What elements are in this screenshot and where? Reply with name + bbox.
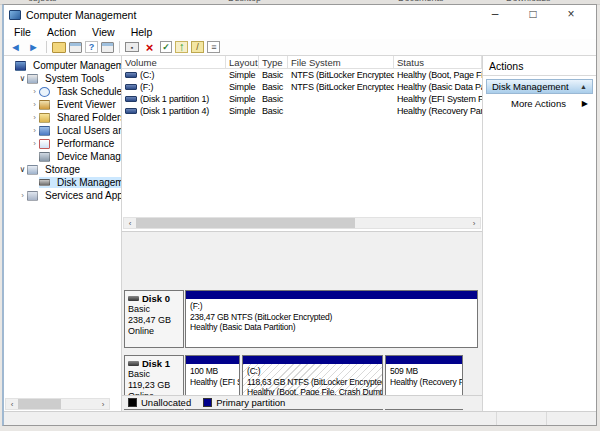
disk-management-icon <box>39 179 50 186</box>
sidebar-item-local-users-and-groups[interactable]: ›Local Users and Groups <box>4 124 121 137</box>
cell-text: (C:) <box>140 70 154 80</box>
cell-layout: Simple <box>226 94 259 104</box>
cell-text: Basic <box>262 106 283 116</box>
shared-folders-icon <box>39 113 50 123</box>
table-row[interactable]: (C:)SimpleBasicNTFS (BitLocker Encrypted… <box>122 69 482 81</box>
move-up-icon[interactable]: ↑ <box>175 41 188 53</box>
chevron-expanded-icon[interactable]: ∨ <box>18 165 27 174</box>
column-header-type[interactable]: Type <box>259 56 288 68</box>
maximize-button[interactable]: □ <box>514 5 552 24</box>
sidebar-item-services-and-applications[interactable]: ›Services and Applications <box>4 189 121 202</box>
sidebar-item-system-tools[interactable]: ∨System Tools <box>4 72 121 85</box>
more-actions-item[interactable]: More Actions ▶ <box>483 94 596 109</box>
actions-panel-title: Actions <box>483 56 596 76</box>
scroll-right-icon[interactable]: › <box>468 218 480 228</box>
tree-item-body: Computer Management (Local <box>15 60 122 71</box>
cell-text: Simple <box>229 82 255 92</box>
disk-kind: Basic <box>128 369 180 380</box>
sidebar-item-task-scheduler[interactable]: ›Task Scheduler <box>4 85 121 98</box>
export-list-icon[interactable] <box>52 42 66 53</box>
performance-icon <box>39 139 50 149</box>
volume-list-header: VolumeLayoutTypeFile SystemStatus <box>122 56 482 69</box>
partition-letter: (C:) <box>247 366 378 377</box>
sidebar-item-device-manager[interactable]: Device Manager <box>4 150 121 163</box>
partition-status-line: Healthy (EFI Sy <box>190 377 235 388</box>
help-icon[interactable]: ? <box>85 41 98 53</box>
menu-item-view[interactable]: View <box>84 25 123 39</box>
chevron-collapsed-icon[interactable]: › <box>30 126 39 135</box>
scroll-left-icon[interactable]: ‹ <box>6 399 18 409</box>
toolbar-separator <box>46 41 47 53</box>
disk-size: 238,47 GB <box>128 315 180 326</box>
volume-list-horizontal-scrollbar[interactable]: ‹ › <box>123 217 481 229</box>
cell-type: Basic <box>259 82 288 92</box>
partition-f[interactable]: (F:)238,47 GB NTFS (BitLocker Encrypted)… <box>185 290 478 348</box>
popout-icon[interactable]: ▪ <box>125 42 139 52</box>
show-console-tree-icon[interactable] <box>101 42 114 53</box>
volume-icon <box>125 72 137 78</box>
cell-text: Healthy (Boot, Page File, Crash Dump, Ba… <box>397 70 482 80</box>
disk-label[interactable]: Disk 0Basic238,47 GBOnline <box>124 290 184 348</box>
chevron-collapsed-icon[interactable]: › <box>30 87 39 96</box>
chevron-expanded-icon[interactable]: ∨ <box>18 74 27 83</box>
minimize-button[interactable]: – <box>476 5 514 24</box>
scroll-left-icon[interactable]: ‹ <box>124 218 136 228</box>
collapse-section-icon[interactable]: ▲ <box>580 83 587 90</box>
app-icon <box>9 10 21 20</box>
disk-kind: Basic <box>128 304 180 315</box>
table-row[interactable]: (Disk 1 partition 4)SimpleBasicHealthy (… <box>122 105 482 117</box>
tree-item-body: Local Users and Groups <box>39 125 122 136</box>
edit-icon[interactable]: / <box>191 41 204 53</box>
column-header-file-system[interactable]: File System <box>288 56 394 68</box>
toolbar-separator <box>119 41 120 53</box>
cell-text: NTFS (BitLocker Encrypted) <box>291 82 394 92</box>
disk-name: Disk 1 <box>128 358 180 369</box>
chevron-collapsed-icon[interactable]: › <box>30 139 39 148</box>
cell-text: Basic <box>262 94 283 104</box>
sidebar-item-performance[interactable]: ›Performance <box>4 137 121 150</box>
menu-item-help[interactable]: Help <box>123 25 161 39</box>
table-row[interactable]: (Disk 1 partition 1)SimpleBasicHealthy (… <box>122 93 482 105</box>
column-header-layout[interactable]: Layout <box>226 56 259 68</box>
tree-item-label: Device Manager <box>54 151 122 162</box>
tree-horizontal-scrollbar[interactable]: ‹ › <box>5 398 110 410</box>
sidebar-item-storage[interactable]: ∨Storage <box>4 163 121 176</box>
tree-item-label: Storage <box>42 164 83 175</box>
forward-icon[interactable]: ► <box>26 40 41 54</box>
cell-text: Simple <box>229 94 255 104</box>
cell-text: (Disk 1 partition 4) <box>140 106 209 116</box>
cell-text: Basic <box>262 82 283 92</box>
table-row[interactable]: (F:)SimpleBasicNTFS (BitLocker Encrypted… <box>122 81 482 93</box>
disk-name-text: Disk 1 <box>142 358 170 369</box>
console-window-icon[interactable] <box>69 42 82 53</box>
delete-icon[interactable]: × <box>142 40 157 54</box>
console-tree: Computer Management (Local∨System Tools›… <box>4 56 121 202</box>
chevron-collapsed-icon[interactable]: › <box>18 191 27 200</box>
chevron-collapsed-icon[interactable]: › <box>30 113 39 122</box>
tree-item-label: Performance <box>54 138 117 149</box>
menu-item-action[interactable]: Action <box>39 25 84 39</box>
cell-text: Healthy (Basic Data Partition) <box>397 82 482 92</box>
tree-item-body: Event Viewer <box>39 99 119 110</box>
tree-item-body: Device Manager <box>39 151 122 162</box>
volume-list: VolumeLayoutTypeFile SystemStatus (C:)Si… <box>122 56 482 217</box>
close-button[interactable]: × <box>552 5 590 24</box>
sidebar-item-disk-management[interactable]: Disk Management <box>4 176 121 189</box>
properties-icon[interactable]: ≡ <box>207 41 220 53</box>
scroll-right-icon[interactable]: › <box>97 399 109 409</box>
sidebar-item-event-viewer[interactable]: ›Event Viewer <box>4 98 121 111</box>
back-icon[interactable]: ◄ <box>8 40 23 54</box>
partition-color-bar <box>386 356 462 364</box>
check-document-icon[interactable]: ✓ <box>160 41 172 53</box>
sidebar-item-shared-folders[interactable]: ›Shared Folders <box>4 111 121 124</box>
chevron-collapsed-icon[interactable]: › <box>30 100 39 109</box>
actions-disk-management-section[interactable]: Disk Management ▲ <box>486 79 593 94</box>
menu-item-file[interactable]: File <box>6 25 39 39</box>
sidebar-item-computer-management-local[interactable]: Computer Management (Local <box>4 59 121 72</box>
background-folder-item: Documents <box>398 0 444 3</box>
column-header-status[interactable]: Status <box>394 56 482 68</box>
column-header-volume[interactable]: Volume <box>122 56 226 68</box>
partition-status-line: Healthy (Recovery Pa <box>390 377 458 388</box>
cell-layout: Simple <box>226 106 259 116</box>
console-tree-panel: Computer Management (Local∨System Tools›… <box>4 56 122 411</box>
